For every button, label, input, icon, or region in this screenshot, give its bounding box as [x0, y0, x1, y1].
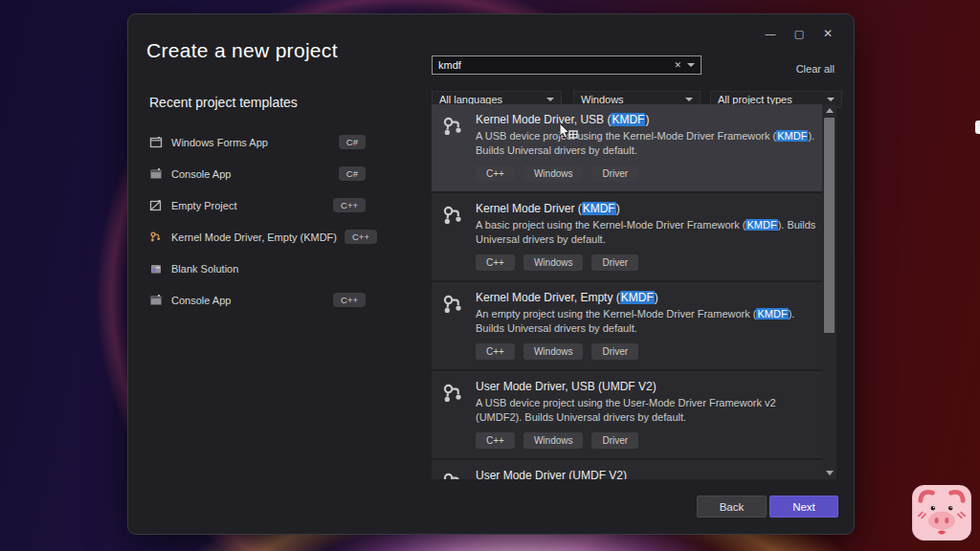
search-match-highlight: KMDF [582, 202, 616, 215]
close-button[interactable]: ✕ [813, 22, 842, 45]
scrollbar-thumb[interactable] [824, 118, 835, 333]
recent-template-label: Windows Forms App [171, 137, 331, 148]
result-title: User Mode Driver (UMDF V2) [476, 469, 813, 479]
tag-pill: C++ [476, 165, 515, 182]
back-button[interactable]: Back [697, 496, 767, 518]
search-match-highlight: KMDF [746, 219, 777, 231]
solution-icon [149, 262, 163, 276]
recent-template-item[interactable]: Windows Forms AppC# [149, 126, 366, 158]
result-description: A USB device project using the Kernel-Mo… [476, 129, 820, 158]
template-result-item[interactable]: Kernel Mode Driver, Empty (KMDF)An empty… [432, 282, 822, 369]
triangle-down-icon [826, 471, 834, 475]
tag-pill: Driver [591, 432, 638, 449]
search-match-highlight: KMDF [756, 308, 788, 320]
console-icon [149, 294, 163, 307]
language-badge: C# [339, 135, 366, 149]
tag-pill: Driver [591, 254, 638, 271]
page-title: Create a new project [146, 39, 338, 62]
console-icon [149, 167, 163, 181]
result-title: Kernel Mode Driver (KMDF) [476, 202, 813, 215]
recent-template-label: Empty Project [171, 200, 325, 211]
tag-pill: Windows [523, 432, 584, 449]
template-result-item[interactable]: User Mode Driver, USB (UMDF V2)A USB dev… [432, 371, 822, 458]
mouse-cursor [559, 123, 582, 148]
search-match-highlight: KMDF [620, 291, 655, 304]
tag-pill: Driver [591, 343, 638, 360]
chevron-down-icon [546, 98, 554, 101]
minimize-icon: — [766, 28, 776, 39]
driver-icon [149, 231, 163, 244]
result-tags: C++WindowsDriver [476, 343, 813, 360]
recent-template-label: Console App [171, 168, 331, 180]
triangle-up-icon [826, 108, 834, 113]
clear-all-link[interactable]: Clear all [796, 63, 835, 75]
close-icon: ✕ [823, 27, 833, 40]
empty-project-icon [149, 199, 163, 212]
window-controls: — ▢ ✕ [756, 22, 842, 45]
results-scrollbar[interactable] [822, 104, 836, 479]
scrollbar-up-arrow[interactable] [822, 104, 836, 117]
result-description: A USB device project using the User-Mode… [476, 396, 820, 425]
recent-template-label: Console App [171, 295, 325, 306]
language-badge: C# [339, 166, 366, 181]
tag-pill: Windows [523, 165, 584, 182]
search-match-highlight: KMDF [776, 130, 808, 142]
template-result-item[interactable]: User Mode Driver (UMDF V2)A basic projec… [432, 460, 822, 479]
recent-template-item[interactable]: Kernel Mode Driver, Empty (KMDF)C++ [149, 221, 366, 253]
result-tags: C++WindowsDriver [476, 254, 813, 271]
search-dropdown-icon[interactable] [687, 63, 695, 67]
result-description: An empty project using the Kernel-Mode D… [476, 307, 820, 336]
tag-pill: C++ [476, 432, 515, 449]
scrollbar-down-arrow[interactable] [822, 467, 836, 479]
recent-template-item[interactable]: Console AppC++ [149, 284, 366, 316]
recent-template-item[interactable]: Blank Solution [149, 253, 366, 284]
tag-pill: Windows [523, 254, 584, 271]
language-badge: C++ [333, 198, 366, 212]
tag-pill: Windows [523, 343, 584, 360]
driver-project-icon [441, 204, 466, 229]
search-input[interactable] [433, 59, 670, 71]
tag-pill: Driver [591, 165, 638, 182]
driver-project-icon [441, 293, 466, 318]
recent-template-label: Kernel Mode Driver, Empty (KMDF) [171, 231, 337, 243]
recent-template-label: Blank Solution [171, 263, 366, 275]
template-result-item[interactable]: Kernel Mode Driver (KMDF)A basic project… [432, 193, 822, 280]
language-badge: C++ [333, 293, 366, 307]
result-title: Kernel Mode Driver, Empty (KMDF) [476, 291, 813, 304]
search-box: ✕ [432, 55, 702, 75]
recent-templates-list: Windows Forms AppC#Console AppC#Empty Pr… [149, 126, 366, 316]
maximize-icon: ▢ [794, 28, 804, 40]
maximize-button[interactable]: ▢ [785, 22, 813, 45]
create-new-project-dialog: — ▢ ✕ Create a new project Recent projec… [127, 13, 855, 535]
chevron-down-icon [685, 98, 693, 101]
next-button[interactable]: Next [769, 496, 838, 518]
pig-logo [912, 485, 971, 540]
recent-templates-heading: Recent project templates [149, 95, 298, 110]
template-result-item[interactable]: Kernel Mode Driver, USB (KMDF)A USB devi… [432, 104, 822, 191]
search-match-highlight: KMDF [611, 113, 645, 126]
recent-template-item[interactable]: Console AppC# [149, 158, 366, 189]
result-title: User Mode Driver, USB (UMDF V2) [476, 380, 813, 393]
result-description: A basic project using the Kernel-Mode Dr… [476, 218, 820, 247]
driver-project-icon [441, 115, 466, 140]
minimize-button[interactable]: — [756, 22, 785, 45]
driver-project-icon [441, 471, 466, 479]
tag-pill: C++ [476, 343, 515, 360]
result-tags: C++WindowsDriver [476, 165, 813, 182]
result-title: Kernel Mode Driver, USB (KMDF) [476, 113, 813, 126]
result-tags: C++WindowsDriver [476, 432, 813, 449]
screen-edge-artifact [975, 121, 980, 134]
recent-template-item[interactable]: Empty ProjectC++ [149, 189, 366, 221]
template-results-list: Kernel Mode Driver, USB (KMDF)A USB devi… [432, 104, 822, 479]
chevron-down-icon [827, 98, 835, 101]
language-badge: C++ [345, 230, 377, 244]
search-clear-icon[interactable]: ✕ [670, 60, 685, 70]
tag-pill: C++ [476, 254, 515, 271]
winforms-icon [149, 136, 163, 149]
driver-project-icon [441, 382, 466, 407]
